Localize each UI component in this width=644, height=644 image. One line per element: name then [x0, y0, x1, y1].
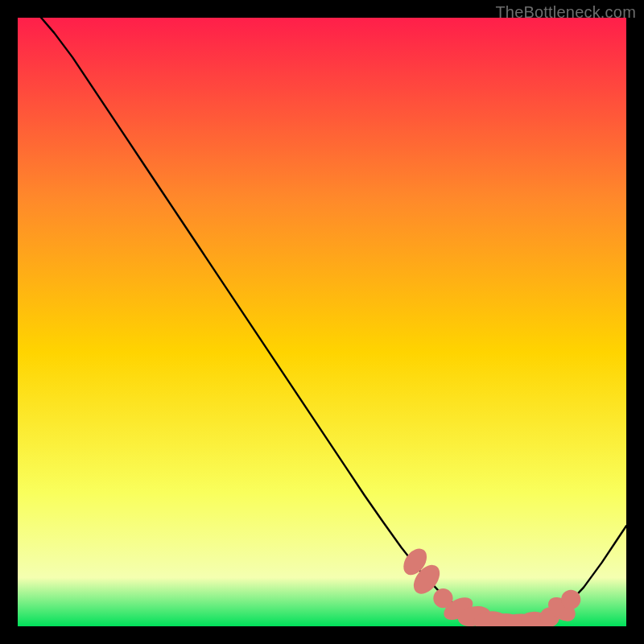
- curve-marker: [561, 590, 580, 609]
- chart-frame: [18, 18, 626, 626]
- gradient-background: [18, 18, 626, 626]
- watermark-label: TheBottleneck.com: [495, 3, 636, 22]
- bottleneck-chart: [18, 18, 626, 626]
